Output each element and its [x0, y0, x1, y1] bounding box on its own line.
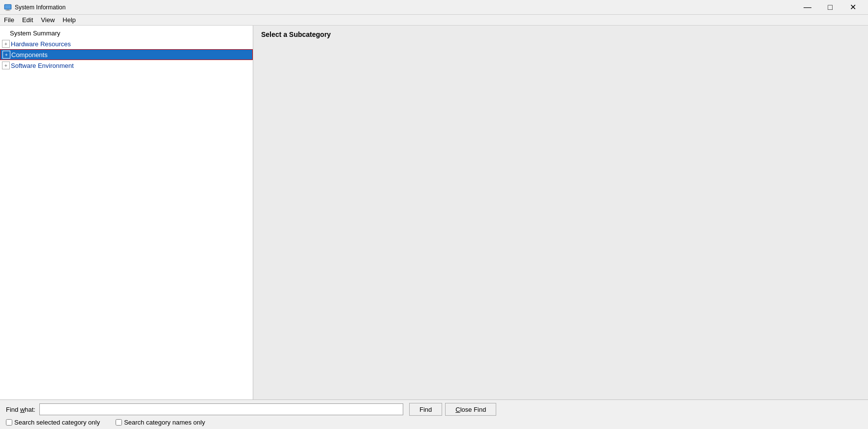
search-category-names-checkbox[interactable]	[116, 419, 122, 426]
search-selected-category-text: Search selected category only	[14, 419, 100, 426]
search-category-names-text: Search category names only	[124, 419, 205, 426]
expand-components[interactable]: +	[2, 51, 10, 59]
tree-label-system-summary: System Summary	[10, 30, 60, 37]
title-bar-controls: — □ ✕	[796, 0, 864, 15]
expand-hardware-resources[interactable]: +	[2, 40, 10, 48]
find-input[interactable]	[39, 403, 403, 415]
tree-label-components: Components	[11, 51, 48, 59]
tree-item-hardware-resources[interactable]: + Hardware Resources	[0, 38, 253, 49]
tree-item-software-environment[interactable]: + Software Environment	[0, 60, 253, 71]
find-row: Find what: Find Close Find	[0, 403, 868, 416]
svg-rect-1	[5, 5, 11, 9]
app-icon	[4, 3, 12, 11]
bottom-bar: Find what: Find Close Find Search select…	[0, 399, 868, 429]
menu-file[interactable]: File	[0, 15, 18, 25]
content-heading: Select a Subcategory	[261, 31, 860, 38]
title-bar: System Information — □ ✕	[0, 0, 868, 15]
close-button[interactable]: ✕	[841, 0, 864, 15]
svg-rect-3	[5, 10, 10, 11]
tree-label-software-environment: Software Environment	[11, 62, 74, 69]
menu-bar: File Edit View Help	[0, 15, 868, 26]
content-panel: Select a Subcategory	[253, 26, 868, 399]
expand-software-environment[interactable]: +	[2, 61, 10, 69]
menu-edit[interactable]: Edit	[18, 15, 37, 25]
maximize-button[interactable]: □	[819, 0, 841, 15]
search-selected-category-checkbox[interactable]	[6, 419, 12, 426]
tree-item-components[interactable]: + Components	[0, 49, 253, 60]
close-find-button[interactable]: Close Find	[445, 403, 496, 416]
checkbox-row: Search selected category only Search cat…	[0, 419, 868, 426]
tree-item-system-summary[interactable]: System Summary	[0, 28, 253, 38]
tree-label-hardware-resources: Hardware Resources	[11, 40, 71, 48]
search-selected-category-label[interactable]: Search selected category only	[6, 419, 100, 426]
tree-panel: System Summary + Hardware Resources + Co…	[0, 26, 253, 399]
menu-view[interactable]: View	[37, 15, 59, 25]
find-label: Find what:	[6, 406, 35, 413]
main-content: System Summary + Hardware Resources + Co…	[0, 26, 868, 399]
svg-rect-2	[6, 9, 9, 10]
find-button[interactable]: Find	[409, 403, 442, 416]
search-category-names-label[interactable]: Search category names only	[116, 419, 205, 426]
title-bar-title: System Information	[15, 4, 796, 11]
menu-help[interactable]: Help	[59, 15, 80, 25]
minimize-button[interactable]: —	[796, 0, 819, 15]
